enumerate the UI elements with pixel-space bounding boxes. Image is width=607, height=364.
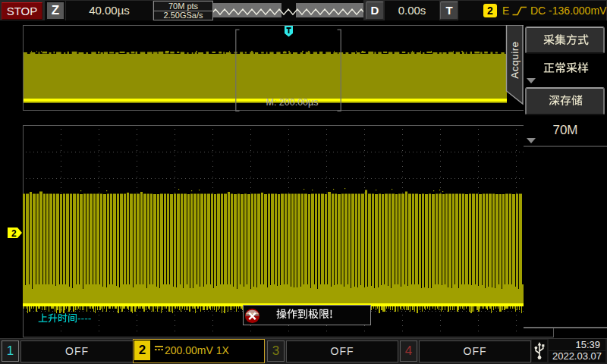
svg-text:2: 2 <box>11 228 17 239</box>
